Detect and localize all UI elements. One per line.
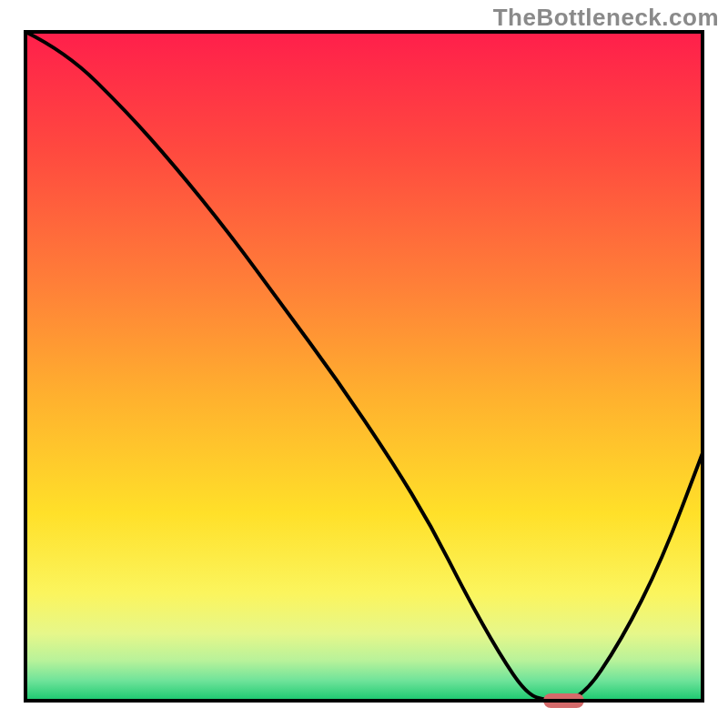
bottleneck-chart bbox=[0, 0, 728, 728]
plot-background bbox=[25, 32, 703, 701]
watermark-text: TheBottleneck.com bbox=[493, 4, 719, 32]
chart-container: TheBottleneck.com bbox=[0, 0, 728, 728]
